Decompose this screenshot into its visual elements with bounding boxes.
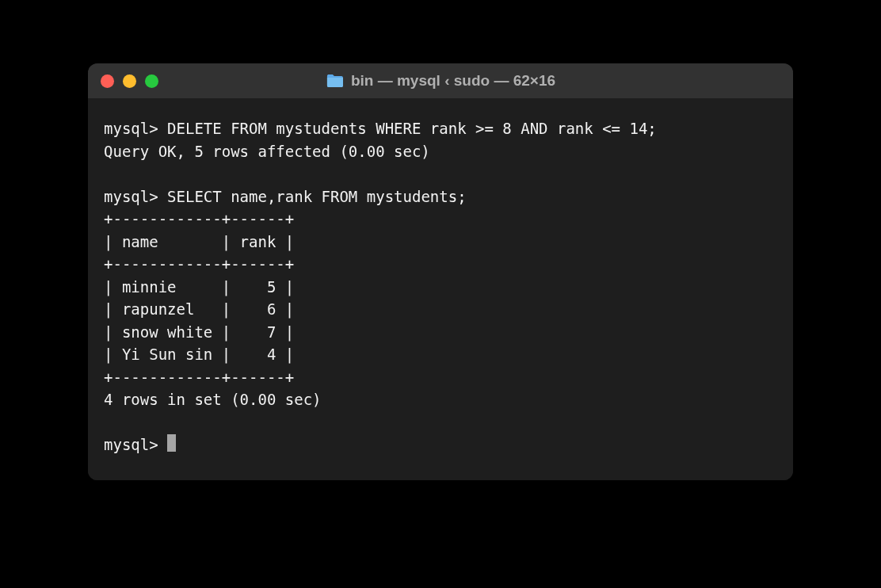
terminal-window: bin — mysql ‹ sudo — 62×16 mysql> DELETE…	[88, 63, 793, 480]
maximize-icon[interactable]	[145, 74, 158, 88]
cursor	[167, 434, 176, 452]
table-row: | minnie | 5 |	[104, 278, 294, 296]
table-row: | snow white | 7 |	[104, 323, 294, 341]
table-row: | Yi Sun sin | 4 |	[104, 346, 294, 363]
table-separator: +------------+------+	[104, 255, 294, 273]
table-separator: +------------+------+	[104, 368, 294, 386]
result-1: Query OK, 5 rows affected (0.00 sec)	[104, 143, 430, 160]
folder-icon	[326, 73, 345, 89]
table-row: | rapunzel | 6 |	[104, 300, 294, 318]
table-separator: +------------+------+	[104, 210, 294, 227]
terminal-body[interactable]: mysql> DELETE FROM mystudents WHERE rank…	[88, 98, 793, 480]
titlebar[interactable]: bin — mysql ‹ sudo — 62×16	[88, 63, 793, 98]
minimize-icon[interactable]	[123, 74, 136, 88]
table-header: | name | rank |	[104, 233, 294, 250]
traffic-lights	[101, 74, 158, 88]
window-title: bin — mysql ‹ sudo — 62×16	[326, 72, 555, 90]
command-1: DELETE FROM mystudents WHERE rank >= 8 A…	[167, 120, 657, 137]
prompt: mysql>	[104, 120, 158, 137]
prompt: mysql>	[104, 436, 158, 453]
close-icon[interactable]	[101, 74, 114, 88]
prompt: mysql>	[104, 188, 158, 205]
window-title-text: bin — mysql ‹ sudo — 62×16	[351, 72, 555, 90]
command-2: SELECT name,rank FROM mystudents;	[167, 188, 467, 205]
result-footer: 4 rows in set (0.00 sec)	[104, 391, 322, 408]
